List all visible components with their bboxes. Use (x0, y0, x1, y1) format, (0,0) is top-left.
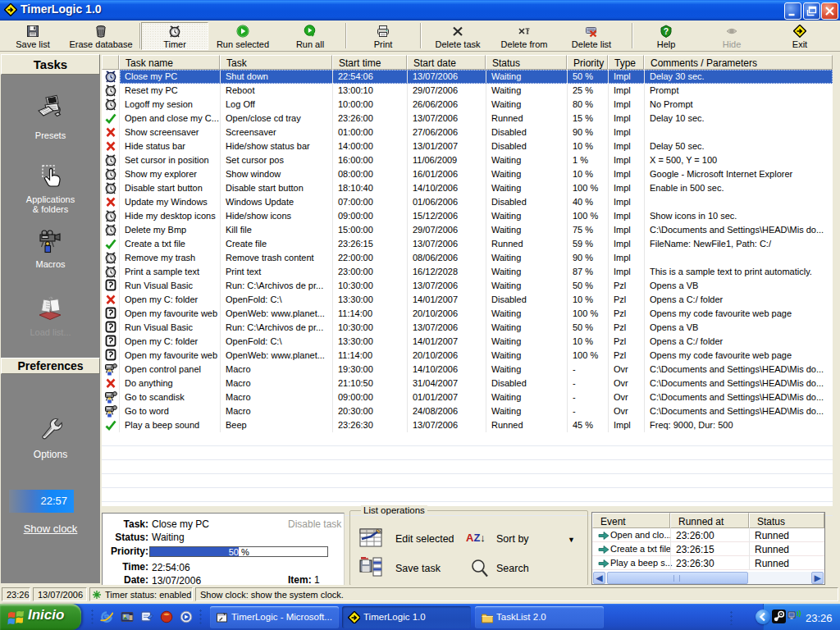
svg-text:?: ? (664, 26, 669, 36)
